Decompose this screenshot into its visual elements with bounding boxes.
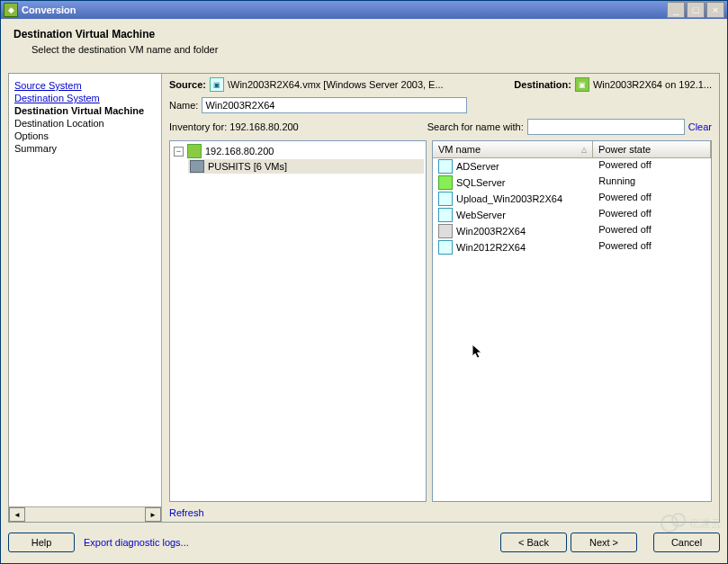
inventory-host: 192.168.80.200 xyxy=(229,121,298,132)
vm-icon xyxy=(438,192,453,206)
destination-value: Win2003R2X64 on 192.1... xyxy=(593,79,712,90)
nav-item-summary: Summary xyxy=(14,142,156,155)
nav-item-destination-location: Destination Location xyxy=(14,117,156,130)
inventory-row: Inventory for: 192.168.80.200 Search for… xyxy=(169,119,712,135)
vm-icon xyxy=(438,175,453,190)
column-vm-name-label: VM name xyxy=(438,144,481,155)
name-input[interactable] xyxy=(202,97,467,113)
panes: − 192.168.80.200 PUSHITS [6 VMs] VM name xyxy=(169,140,712,502)
host-icon xyxy=(187,144,202,158)
wizard-footer: Help Export diagnostic logs... < Back Ne… xyxy=(8,529,720,556)
name-row: Name: xyxy=(169,97,712,113)
refresh-link[interactable]: Refresh xyxy=(169,507,204,518)
collapse-icon[interactable]: − xyxy=(174,147,184,157)
tree-root-node[interactable]: − 192.168.80.200 xyxy=(172,143,424,159)
vm-icon xyxy=(438,224,453,238)
clear-link[interactable]: Clear xyxy=(688,121,712,132)
tree-child-node[interactable]: PUSHITS [6 VMs] xyxy=(188,159,424,174)
table-row[interactable]: SQLServerRunning xyxy=(433,175,711,191)
vm-icon xyxy=(438,240,453,255)
vm-grid: VM name △ Power state ADServerPowered of… xyxy=(432,140,712,502)
nav-item-options: Options xyxy=(14,130,156,142)
table-row[interactable]: Win2012R2X64Powered off xyxy=(433,239,711,255)
name-label: Name: xyxy=(169,100,198,111)
minimize-button[interactable]: _ xyxy=(667,2,685,18)
table-row[interactable]: Win2003R2X64Powered off xyxy=(433,223,711,239)
maximize-button[interactable]: □ xyxy=(687,2,705,18)
scroll-left-icon[interactable]: ◄ xyxy=(9,507,25,522)
vm-power-state: Powered off xyxy=(593,208,711,222)
titlebar[interactable]: ◆ Conversion _ □ × xyxy=(1,1,727,19)
tree-root-label: 192.168.80.200 xyxy=(205,146,274,157)
vm-name: Win2003R2X64 xyxy=(456,226,526,237)
vm-name: WebServer xyxy=(456,210,506,220)
column-vm-name[interactable]: VM name △ xyxy=(433,141,593,157)
vm-power-state: Powered off xyxy=(593,192,711,206)
table-row[interactable]: WebServerPowered off xyxy=(433,207,711,223)
grid-header: VM name △ Power state xyxy=(433,141,711,158)
window-title: Conversion xyxy=(22,4,667,15)
nav-item-destination-system[interactable]: Destination System xyxy=(14,92,156,104)
scroll-track[interactable] xyxy=(25,507,145,522)
wizard-body: Source System Destination System Destina… xyxy=(8,73,720,523)
inventory-label-prefix: Inventory for: xyxy=(169,121,229,132)
wizard-main: Source: ▣ \Win2003R2X64.vmx [Windows Ser… xyxy=(162,74,719,522)
nav-item-source-system[interactable]: Source System xyxy=(14,79,156,92)
vm-icon xyxy=(438,159,453,174)
search-input[interactable] xyxy=(527,119,685,135)
vm-name: Upload_Win2003R2X64 xyxy=(456,193,562,204)
datacenter-icon xyxy=(190,160,204,173)
nav-item-destination-vm: Destination Virtual Machine xyxy=(14,104,156,117)
source-value: \Win2003R2X64.vmx [Windows Server 2003, … xyxy=(228,79,510,90)
next-button[interactable]: Next > xyxy=(571,533,637,552)
tree-child-label: PUSHITS [6 VMs] xyxy=(208,161,287,172)
grid-body[interactable]: ADServerPowered offSQLServerRunningUploa… xyxy=(433,158,711,501)
source-label: Source: xyxy=(169,79,206,90)
inventory-label: Inventory for: 192.168.80.200 xyxy=(169,121,299,132)
help-button[interactable]: Help xyxy=(8,533,75,552)
cancel-button[interactable]: Cancel xyxy=(653,533,720,552)
table-row[interactable]: ADServerPowered off xyxy=(433,158,711,175)
vm-icon xyxy=(438,208,453,222)
page-subtitle: Select the destination VM name and folde… xyxy=(31,44,715,55)
page-title: Destination Virtual Machine xyxy=(13,28,715,40)
vm-power-state: Powered off xyxy=(593,240,711,255)
source-icon: ▣ xyxy=(210,77,224,92)
source-dest-row: Source: ▣ \Win2003R2X64.vmx [Windows Ser… xyxy=(169,77,712,92)
column-power-state[interactable]: Power state xyxy=(593,141,711,157)
vm-name: Win2012R2X64 xyxy=(456,242,526,253)
vm-power-state: Running xyxy=(593,175,711,190)
sort-asc-icon: △ xyxy=(581,146,587,154)
back-button[interactable]: < Back xyxy=(500,533,567,552)
app-icon: ◆ xyxy=(4,3,18,17)
nav-scrollbar[interactable]: ◄ ► xyxy=(9,506,161,522)
wizard-nav: Source System Destination System Destina… xyxy=(9,74,162,522)
vm-name: ADServer xyxy=(456,161,499,172)
conversion-window: ◆ Conversion _ □ × Destination Virtual M… xyxy=(0,0,728,564)
vm-power-state: Powered off xyxy=(593,224,711,238)
wizard-header: Destination Virtual Machine Select the d… xyxy=(1,19,727,69)
search-label: Search for name with: xyxy=(427,121,524,132)
close-button[interactable]: × xyxy=(706,2,724,18)
table-row[interactable]: Upload_Win2003R2X64Powered off xyxy=(433,191,711,207)
export-logs-link[interactable]: Export diagnostic logs... xyxy=(84,537,189,548)
vm-power-state: Powered off xyxy=(593,159,711,174)
column-power-state-label: Power state xyxy=(598,144,651,155)
destination-label: Destination: xyxy=(514,79,571,90)
scroll-right-icon[interactable]: ► xyxy=(145,507,161,522)
vm-name: SQLServer xyxy=(456,177,505,188)
inventory-tree[interactable]: − 192.168.80.200 PUSHITS [6 VMs] xyxy=(169,140,427,502)
destination-icon: ▣ xyxy=(575,77,589,92)
